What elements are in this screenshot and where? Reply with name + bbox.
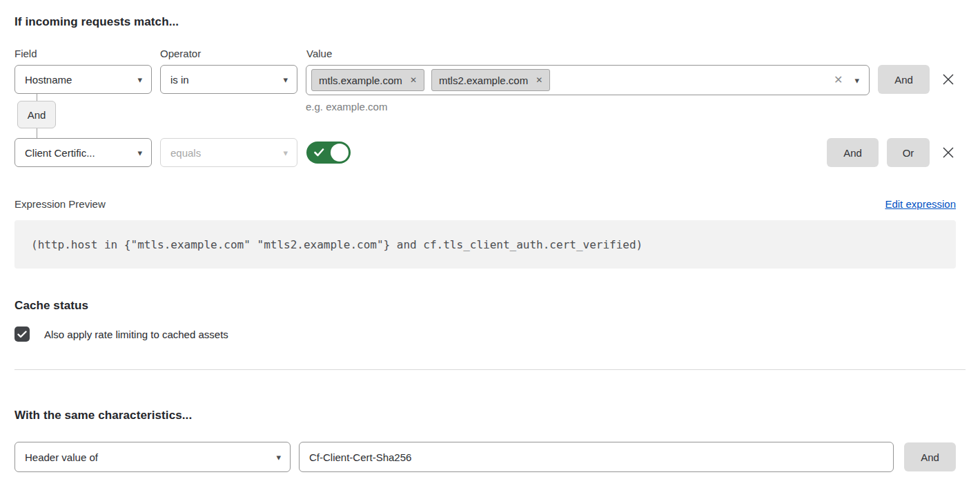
value-cell: mtls.example.com ✕ mtls2.example.com ✕ ✕… [306,65,870,113]
chevron-down-icon: ▾ [137,148,142,157]
field-select-2-value: Client Certific... [25,147,95,159]
field-select-2[interactable]: Client Certific... ▾ [14,138,152,167]
add-and-condition-button[interactable]: And [827,138,879,167]
characteristics-row: Header value of ▾ And [14,442,956,472]
connector-line [37,128,37,138]
cache-status-title: Cache status [14,299,956,313]
cert-verified-toggle[interactable] [306,142,351,164]
add-characteristic-button[interactable]: And [904,442,956,471]
value-tag: mtls2.example.com ✕ [431,69,550,91]
condition-row-2: Client Certific... ▾ equals ▾ And Or [14,138,956,167]
match-section-title: If incoming requests match... [14,15,956,29]
close-icon [941,72,955,86]
characteristics-title: With the same characteristics... [14,409,956,422]
cache-status-row: Also apply rate limiting to cached asset… [14,327,956,342]
chevron-down-icon: ▾ [276,453,281,462]
cached-assets-checkbox[interactable] [14,327,30,342]
characteristic-select[interactable]: Header value of ▾ [14,442,291,472]
connector-and-button[interactable]: And [17,101,56,128]
add-or-condition-button[interactable]: Or [887,138,930,167]
expression-preview-header: Expression Preview Edit expression [14,198,956,210]
operator-select-1-value: is in [170,74,189,86]
operator-select-1[interactable]: is in ▾ [160,65,297,94]
field-column-label: Field [14,48,160,59]
field-select-1-value: Hostname [25,74,72,86]
field-select-1[interactable]: Hostname ▾ [14,65,152,94]
chevron-down-icon[interactable]: ▾ [854,76,859,85]
rule-builder: If incoming requests match... Field Oper… [0,0,980,497]
add-and-condition-button[interactable]: And [878,65,930,94]
delete-condition-icon[interactable] [941,65,956,94]
clear-values-icon[interactable]: ✕ [834,75,843,86]
value-tag-text: mtls2.example.com [439,75,528,86]
value-tags: mtls.example.com ✕ mtls2.example.com ✕ [311,69,834,91]
toggle-knob [331,144,349,162]
chevron-down-icon: ▾ [137,75,142,84]
connector-line [37,93,37,101]
chevron-down-icon: ▾ [283,75,288,84]
value-multiselect[interactable]: mtls.example.com ✕ mtls2.example.com ✕ ✕… [306,65,870,95]
expression-code: (http.host in {"mtls.example.com" "mtls2… [14,220,956,269]
chevron-down-icon: ▾ [283,148,288,157]
edit-expression-link[interactable]: Edit expression [885,198,956,210]
check-icon [17,331,27,338]
characteristic-select-value: Header value of [25,451,98,463]
section-divider [14,369,966,370]
value-column-label: Value [306,48,332,59]
remove-tag-icon[interactable]: ✕ [410,75,417,85]
delete-condition-icon[interactable] [941,138,956,167]
close-icon [941,146,955,159]
cached-assets-checkbox-label: Also apply rate limiting to cached asset… [44,329,228,340]
value-tag-text: mtls.example.com [319,75,402,86]
operator-select-2: equals ▾ [160,138,297,167]
check-icon [314,148,324,157]
operator-select-2-value: equals [170,147,201,159]
expression-preview-label: Expression Preview [14,198,106,210]
value-helper-text: e.g. example.com [306,101,870,113]
header-name-input[interactable] [299,442,894,472]
operator-column-label: Operator [160,48,306,59]
column-labels: Field Operator Value [14,48,956,59]
value-tag: mtls.example.com ✕ [311,69,424,91]
remove-tag-icon[interactable]: ✕ [536,75,542,85]
